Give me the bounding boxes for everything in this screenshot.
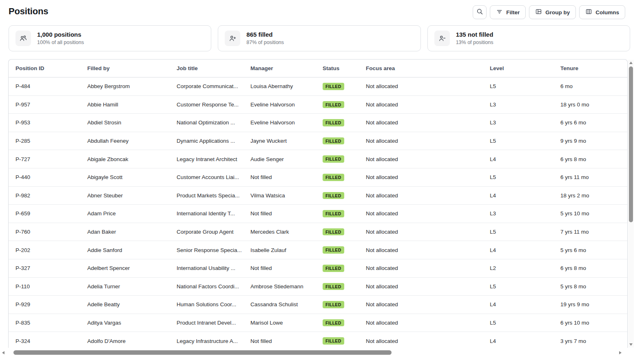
filter-button-label: Filter: [506, 9, 520, 15]
table-row[interactable]: P-982 Abner Steuber Product Markets Spec…: [9, 187, 627, 205]
cell-position-id: P-327: [9, 265, 80, 271]
columns-button[interactable]: Columns: [579, 5, 625, 19]
stat-subtitle: 87% of positions: [246, 39, 284, 46]
table-row[interactable]: P-659 Adam Price International Identity …: [9, 205, 627, 223]
cell-status: FILLED: [316, 83, 359, 90]
status-badge: FILLED: [323, 301, 344, 308]
status-badge: FILLED: [323, 174, 344, 181]
cell-position-id: P-953: [9, 119, 80, 126]
column-header-status[interactable]: Status: [316, 65, 359, 71]
cell-level: L4: [483, 192, 553, 199]
cell-job-title: National Optimization ...: [170, 119, 243, 126]
cell-manager: Not filled: [243, 338, 316, 344]
cell-position-id: P-440: [9, 174, 80, 180]
cell-tenure: 5 yrs 6 mo: [553, 247, 627, 253]
cell-focus-area: Not allocated: [359, 192, 483, 199]
cell-tenure: 7 yrs 11 mo: [553, 229, 627, 235]
table-row[interactable]: P-285 Abdullah Feeney Dynamic Applicatio…: [9, 132, 627, 150]
table-body: P-484 Abbey Bergstrom Corporate Communic…: [9, 77, 627, 348]
column-header-tenure[interactable]: Tenure: [553, 65, 627, 71]
cell-tenure: 19 yrs 9 mo: [553, 301, 627, 307]
cell-filled-by: Adan Baker: [80, 229, 170, 235]
cell-manager: Isabelle Zulauf: [243, 247, 316, 253]
horizontal-scrollbar[interactable]: [0, 350, 644, 355]
horizontal-scrollbar-thumb[interactable]: [13, 350, 392, 355]
cell-job-title: International Identity T...: [170, 210, 243, 217]
scroll-right-arrow-icon[interactable]: [619, 351, 622, 354]
column-header-manager[interactable]: Manager: [243, 65, 316, 71]
cell-position-id: P-835: [9, 320, 80, 326]
cell-level: L5: [483, 229, 553, 235]
stat-card-text: 865 filled 87% of positions: [246, 31, 284, 46]
column-header-position-id[interactable]: Position ID: [9, 65, 80, 71]
cell-filled-by: Abbie Hamill: [80, 102, 170, 108]
cell-job-title: Corporate Group Agent: [170, 229, 243, 235]
column-header-level[interactable]: Level: [483, 65, 553, 71]
cell-job-title: Customer Response Te...: [170, 102, 243, 108]
cell-level: L5: [483, 174, 553, 180]
scroll-left-arrow-icon[interactable]: [2, 351, 4, 354]
cell-level: L3: [483, 119, 553, 126]
cell-position-id: P-659: [9, 210, 80, 217]
table-row[interactable]: P-484 Abbey Bergstrom Corporate Communic…: [9, 77, 627, 96]
cell-job-title: National Factors Coordi...: [170, 283, 243, 290]
cell-position-id: P-484: [9, 83, 80, 89]
table-row[interactable]: P-953 Abdiel Strosin National Optimizati…: [9, 114, 627, 132]
cell-level: L5: [483, 320, 553, 326]
status-badge: FILLED: [323, 228, 344, 236]
table-row[interactable]: P-327 Adelbert Spencer International Usa…: [9, 259, 627, 278]
stats-row: 1,000 positions 100% of all positions 86…: [9, 25, 630, 51]
cell-level: L4: [483, 301, 553, 307]
cell-focus-area: Not allocated: [359, 320, 483, 326]
table-row[interactable]: P-202 Addie Sanford Senior Response Spec…: [9, 241, 627, 259]
group-by-button[interactable]: Group by: [529, 5, 576, 19]
table-row[interactable]: P-835 Aditya Vargas Product Intranet Dev…: [9, 314, 627, 332]
cell-tenure: 6 yrs 6 mo: [553, 119, 627, 126]
cell-status: FILLED: [316, 192, 359, 199]
column-header-filled-by[interactable]: Filled by: [80, 65, 170, 71]
cell-job-title: Human Solutions Coor...: [170, 301, 243, 307]
table-row[interactable]: P-760 Adan Baker Corporate Group Agent M…: [9, 223, 627, 241]
cell-job-title: Customer Accounts Liai...: [170, 174, 243, 180]
cell-tenure: 6 yrs 8 mo: [553, 265, 627, 271]
cell-manager: Not filled: [243, 174, 316, 180]
cell-level: L4: [483, 338, 553, 344]
cell-status: FILLED: [316, 155, 359, 163]
column-header-focus-area[interactable]: Focus area: [359, 65, 483, 71]
cell-focus-area: Not allocated: [359, 83, 483, 89]
cell-manager: Eveline Halvorson: [243, 102, 316, 108]
scroll-up-arrow-icon[interactable]: [629, 62, 633, 64]
stat-card-not-filled: 135 not filled 13% of positions: [427, 25, 630, 51]
cell-tenure: 3 yrs 7 mo: [553, 338, 627, 344]
cell-manager: Eveline Halvorson: [243, 119, 316, 126]
cell-tenure: 6 mo: [553, 83, 627, 89]
cell-position-id: P-324: [9, 338, 80, 344]
search-button[interactable]: [473, 5, 487, 19]
cell-job-title: Senior Response Specia...: [170, 247, 243, 253]
cell-filled-by: Adelbert Spencer: [80, 265, 170, 271]
cell-status: FILLED: [316, 119, 359, 126]
cell-manager: Louisa Abernathy: [243, 83, 316, 89]
cell-manager: Ambrose Stiedemann: [243, 283, 316, 290]
table-row[interactable]: P-440 Abigayle Scott Customer Accounts L…: [9, 168, 627, 187]
cell-level: L5: [483, 283, 553, 290]
scroll-down-arrow-icon[interactable]: [629, 343, 633, 346]
cell-status: FILLED: [316, 210, 359, 217]
table-grid-icon: [535, 8, 542, 16]
vertical-scrollbar-thumb[interactable]: [629, 66, 633, 222]
table-row[interactable]: P-727 Abigale Zboncak Legacy Intranet Ar…: [9, 150, 627, 168]
cell-focus-area: Not allocated: [359, 119, 483, 126]
table-row[interactable]: P-110 Adelia Turner National Factors Coo…: [9, 278, 627, 296]
vertical-scrollbar[interactable]: [628, 60, 634, 347]
cell-job-title: Legacy Intranet Architect: [170, 156, 243, 162]
table-row[interactable]: P-957 Abbie Hamill Customer Response Te.…: [9, 96, 627, 114]
filter-lines-icon: [496, 8, 503, 16]
cell-tenure: 9 yrs 9 mo: [553, 138, 627, 144]
cell-manager: Audie Senger: [243, 156, 316, 162]
filter-button[interactable]: Filter: [490, 5, 526, 19]
table-row[interactable]: P-929 Adelle Beatty Human Solutions Coor…: [9, 296, 627, 314]
table-row[interactable]: P-324 Adolfo D'Amore Legacy Infrastructu…: [9, 332, 627, 348]
column-header-job-title[interactable]: Job title: [170, 65, 243, 71]
cell-focus-area: Not allocated: [359, 174, 483, 180]
cell-position-id: P-202: [9, 247, 80, 253]
